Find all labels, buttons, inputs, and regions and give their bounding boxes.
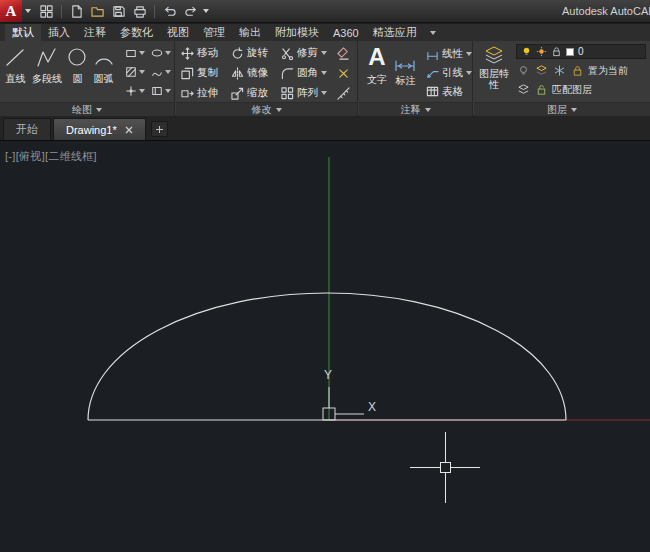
ribbon-tab-home[interactable]: 默认 [5,24,41,41]
arc-button[interactable]: 圆弧 [91,41,116,102]
rectangle-tool-button[interactable] [122,43,148,62]
point-tool-button[interactable] [122,81,148,100]
layer-properties-button[interactable]: 图层特性 [476,43,512,100]
redo-button[interactable] [181,3,200,20]
erase-button[interactable] [337,47,357,60]
array-button[interactable]: 阵列 [281,86,337,100]
leader-button[interactable]: 引线 [426,63,472,82]
stretch-button[interactable]: 拉伸 [181,86,231,100]
ellipse-tool-button[interactable] [148,43,174,62]
layers-panel-footer[interactable]: 图层 [474,102,650,116]
model-space-canvas[interactable]: [-][俯视][二维线框] X Y [0,141,650,552]
ribbon-panel-modify: 移动 旋转 修剪 复制 [176,41,358,116]
annotate-panel-footer[interactable]: 注释 [359,102,472,116]
fillet-button-label: 圆角 [297,66,318,80]
rotate-button[interactable]: 旋转 [231,46,281,60]
new-file-icon [70,5,83,18]
trim-button-label: 修剪 [297,46,318,60]
hatch-tool-button[interactable] [122,62,148,81]
layer-isolate-button[interactable] [534,63,549,78]
ribbon-tab-addins[interactable]: 附加模块 [268,24,326,41]
chevron-down-icon [430,31,436,35]
ribbon-tab-a360[interactable]: A360 [326,24,366,41]
layers-panel-title: 图层 [547,103,567,117]
polyline-button[interactable]: 多段线 [30,41,64,102]
chevron-down-icon [165,51,171,55]
layer-select-dropdown[interactable]: 0 [516,44,646,59]
scale-button[interactable]: 缩放 [231,86,281,100]
fillet-button[interactable]: 圆角 [281,66,337,80]
chevron-down-icon [321,51,327,55]
workspace-switcher-button[interactable] [37,3,56,20]
dimension-icon [394,47,416,71]
tab-label: 管理 [203,25,225,40]
scale-icon [231,87,244,100]
new-drawing-tab-button[interactable] [151,121,168,137]
copy-icon [181,67,194,80]
panel-expand-icon [276,108,282,112]
table-button-label: 表格 [442,85,463,99]
qat-customize-arrow-icon[interactable] [203,9,209,13]
autocad-window: A [0,0,650,552]
ribbon-tab-annotate[interactable]: 注释 [77,24,113,41]
close-icon[interactable] [125,126,133,134]
spline-icon [151,66,163,78]
ribbon-tab-output[interactable]: 输出 [232,24,268,41]
printer-icon [133,5,147,18]
ellipse-arc-entity[interactable] [88,293,566,420]
hatch-icon [125,66,137,78]
quick-access-toolbar [37,3,213,20]
file-tab-label: 开始 [16,122,38,137]
spline-tool-button[interactable] [148,62,174,81]
region-tool-button[interactable] [148,81,174,100]
open-folder-icon [91,5,105,18]
ribbon-tab-manage[interactable]: 管理 [196,24,232,41]
linear-dimension-button[interactable]: 线性 [426,44,472,63]
text-button[interactable]: A 文字 [366,43,388,104]
app-menu-arrow-icon[interactable] [25,9,31,13]
undo-arrow-icon [163,5,177,18]
undo-button[interactable] [160,3,179,20]
ellipse-icon [151,47,163,59]
modify-extra-button[interactable] [337,87,357,100]
circle-button[interactable]: 圆 [66,41,89,102]
ribbon-tab-featured-apps[interactable]: 精选应用 [366,24,424,41]
layer-walk-button[interactable] [516,82,531,97]
mirror-button[interactable]: 镜像 [231,66,281,80]
layer-off-button[interactable] [516,63,531,78]
move-button[interactable]: 移动 [181,46,231,60]
plot-button[interactable] [130,3,149,20]
open-file-button[interactable] [88,3,107,20]
draw-panel-footer[interactable]: 绘图 [0,102,174,116]
trim-button[interactable]: 修剪 [281,46,337,60]
file-tab-drawing1[interactable]: Drawing1* [53,118,146,140]
explode-button[interactable] [337,67,357,80]
ribbon-tab-options-button[interactable] [424,24,442,41]
layer-unlock-button[interactable] [534,82,549,97]
modify-panel-footer[interactable]: 修改 [176,102,357,116]
layer-properties-label: 图层特性 [476,68,512,90]
file-tab-start[interactable]: 开始 [3,118,51,140]
ribbon-tab-insert[interactable]: 插入 [41,24,77,41]
draw-panel-title: 绘图 [72,103,92,117]
make-current-button[interactable]: 置为当前 [588,64,628,78]
new-file-button[interactable] [67,3,86,20]
ribbon-tab-view[interactable]: 视图 [160,24,196,41]
tab-label: 输出 [239,25,261,40]
workspace-grid-icon [40,5,53,18]
layers-walk-icon [517,83,530,96]
layers-panel-body: 图层特性 0 [474,41,650,102]
tab-label: 精选应用 [373,25,417,40]
dimension-button[interactable]: 标注 [393,43,418,104]
explode-icon [337,67,350,80]
save-button[interactable] [109,3,128,20]
layer-freeze-button[interactable] [552,63,567,78]
app-logo-button[interactable]: A [0,0,22,22]
table-button[interactable]: 表格 [426,82,472,101]
draw-extra-tools [122,41,174,100]
copy-button[interactable]: 复制 [181,66,231,80]
line-button[interactable]: 直线 [3,41,28,102]
ribbon-tab-parametric[interactable]: 参数化 [113,24,160,41]
layer-lock-button[interactable] [570,63,585,78]
match-layer-button[interactable]: 匹配图层 [552,83,592,97]
